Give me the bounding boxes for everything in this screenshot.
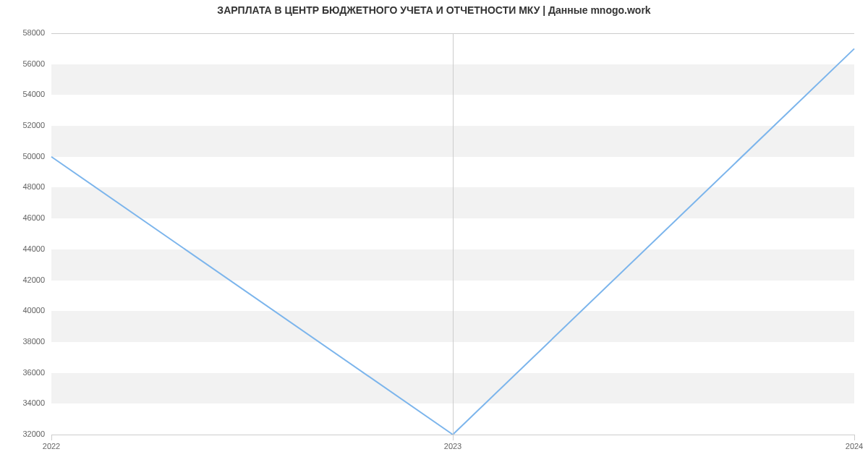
y-tick-label: 40000 — [22, 306, 45, 315]
y-tick-label: 32000 — [22, 430, 45, 438]
y-tick-label: 50000 — [22, 152, 45, 161]
x-tick — [854, 435, 855, 440]
y-tick-label: 48000 — [22, 182, 45, 191]
crosshair-line — [453, 33, 454, 435]
x-tick — [453, 435, 454, 440]
y-tick-label: 34000 — [22, 398, 45, 407]
x-tick-label: 2024 — [846, 442, 863, 450]
y-tick-label: 44000 — [22, 244, 45, 253]
y-tick-label: 56000 — [22, 59, 45, 68]
chart-title: ЗАРПЛАТА В ЦЕНТР БЮДЖЕТНОГО УЧЕТА И ОТЧЕ… — [0, 4, 868, 16]
x-tick-label: 2023 — [444, 442, 461, 450]
y-tick-label: 46000 — [22, 213, 45, 222]
y-tick-label: 36000 — [22, 368, 45, 377]
x-tick-label: 2022 — [43, 442, 60, 450]
y-tick-label: 38000 — [22, 337, 45, 346]
plot-area[interactable]: 202220232024 — [51, 33, 855, 435]
y-tick-label: 54000 — [22, 90, 45, 98]
y-tick-label: 58000 — [22, 28, 45, 37]
y-tick-label: 42000 — [22, 275, 45, 284]
x-tick — [51, 435, 52, 440]
y-tick-label: 52000 — [22, 121, 45, 129]
chart-container: ЗАРПЛАТА В ЦЕНТР БЮДЖЕТНОГО УЧЕТА И ОТЧЕ… — [0, 0, 868, 470]
